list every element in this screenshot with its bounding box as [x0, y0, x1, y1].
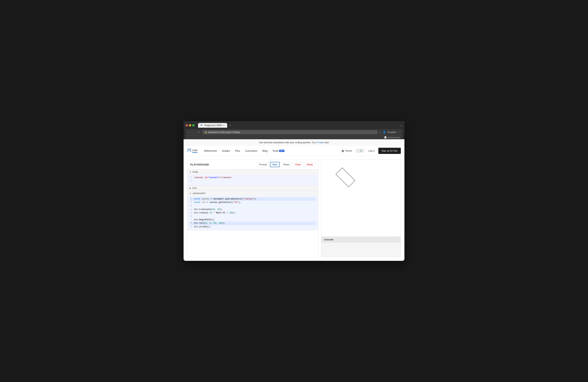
mdn-logo-icon [187, 148, 191, 153]
tab-title: Playground | MDN [204, 124, 222, 127]
clear-button[interactable]: Clear [293, 162, 303, 167]
html-section: ▼ HTML 1 <canvas id="canvas"></canvas> 2 [187, 170, 318, 186]
nav-tools-label: Tools [273, 149, 278, 152]
bookmarks-bar: 📄 All Bookmarks [186, 135, 402, 139]
back-button[interactable]: ‹ [188, 130, 191, 134]
tools-new-badge: NEW [279, 150, 284, 152]
main-nav-links: References Guides Plus Curriculum Blog T… [202, 148, 287, 154]
banner-text-before: Get real-time assistance with your codin… [259, 141, 315, 144]
share-button[interactable]: Share [281, 162, 292, 167]
console-header: Console [321, 237, 401, 243]
html-line-2: 2 [189, 179, 316, 183]
traffic-lights [186, 124, 194, 126]
search-icon: 🔍 [359, 149, 362, 152]
tab-right-controls: ⌄ [400, 124, 402, 127]
js-line-7: 7 ctx.beginPath(); [189, 218, 316, 222]
css-section-header[interactable]: ▶ CSS [187, 186, 318, 191]
forward-button[interactable]: › [192, 130, 195, 134]
preview-area [321, 160, 401, 237]
playground-header: PLAYGROUND Format Run Share Clear Reset [187, 160, 318, 170]
address-bar-row: ‹ › ↻ 🔒 developer.mozilla.org/en-US/play… [186, 129, 402, 135]
browser-chrome: M Playground | MDN ✕ + ⌄ ‹ › ↻ 🔒 develop… [184, 121, 404, 139]
js-toggle-icon: ▼ [189, 192, 191, 194]
tab-bar: M Playground | MDN ✕ + [198, 123, 399, 128]
svg-rect-0 [336, 168, 355, 187]
playground-actions: Format Run Share Clear Reset [257, 162, 315, 167]
run-button[interactable]: Run [270, 162, 280, 167]
nav-blog[interactable]: Blog [260, 148, 270, 154]
js-line-8: 8 ctx.rect(0, 0, 50, 100); [189, 222, 316, 225]
html-section-label: HTML [192, 171, 198, 173]
playground-panel: PLAYGROUND Format Run Share Clear Reset … [187, 159, 318, 257]
mdn-logo-text: mdn [192, 149, 197, 152]
refresh-button[interactable]: ↻ [197, 130, 201, 134]
css-toggle-icon: ▶ [189, 187, 191, 189]
canvas-preview-svg [325, 163, 361, 199]
js-code-area[interactable]: 1 const canvas = document.querySelector(… [187, 196, 318, 230]
search-button[interactable]: _ 🔍 [355, 149, 365, 153]
js-line-9: 9 ctx.stroke(); [189, 225, 316, 229]
bookmarks-label[interactable]: All Bookmarks [387, 136, 400, 138]
mdn-nav: mdn References Guides Plus Curriculum Bl… [184, 146, 404, 156]
css-section-label: CSS [192, 187, 197, 189]
theme-button[interactable]: ◑ Theme [340, 148, 354, 153]
browser-menu-icon[interactable]: ⋮ [398, 131, 400, 134]
nav-guides[interactable]: Guides [220, 148, 232, 154]
js-line-4: 4 ctx.translate(50, 50); [189, 208, 316, 211]
fullscreen-traffic-light[interactable] [192, 124, 194, 126]
close-traffic-light[interactable] [186, 124, 188, 126]
ai-help-link[interactable]: AI Help [315, 141, 323, 144]
incognito-label: Incognito [387, 131, 396, 134]
incognito-icon: 👤 [383, 131, 386, 134]
js-line-2: 2 const ctx = canvas.getContext("2d"); [189, 201, 316, 204]
playground-title: PLAYGROUND [190, 163, 209, 166]
nav-tools[interactable]: Tools NEW [270, 148, 287, 154]
preview-panel: Console [321, 159, 401, 257]
minimize-traffic-light[interactable] [189, 124, 191, 126]
js-line-5: 5 ctx.rotate(-45 * Math.PI / 180); [189, 211, 316, 215]
theme-icon: ◑ [341, 149, 344, 153]
nav-plus[interactable]: Plus [233, 148, 242, 154]
address-bar[interactable]: 🔒 developer.mozilla.org/en-US/play [203, 130, 378, 134]
main-content: PLAYGROUND Format Run Share Clear Reset … [184, 156, 404, 261]
login-button[interactable]: Log in [366, 148, 377, 153]
mdn-logo-underline [192, 152, 197, 153]
js-section-label: JAVASCRIPT [192, 192, 206, 194]
address-url: developer.mozilla.org/en-US/play [208, 131, 240, 134]
bookmarks-icon: 📄 [384, 136, 387, 138]
nav-references[interactable]: References [202, 148, 219, 154]
js-section-header[interactable]: ▼ JAVASCRIPT [187, 191, 318, 196]
js-line-6: 6 [189, 215, 316, 218]
tab-close-button[interactable]: ✕ [223, 124, 225, 127]
console-panel: Console [321, 237, 401, 257]
js-section: ▼ JAVASCRIPT 1 const canvas = document.q… [187, 191, 318, 230]
browser-controls: M Playground | MDN ✕ + ⌄ [186, 123, 402, 128]
mdn-page: Get real-time assistance with your codin… [184, 139, 404, 261]
new-tab-button[interactable]: + [228, 123, 232, 128]
top-banner: Get real-time assistance with your codin… [184, 139, 404, 146]
html-section-header[interactable]: ▼ HTML [187, 170, 318, 174]
theme-label: Theme [345, 149, 352, 152]
search-underline-icon: _ [357, 150, 358, 152]
js-line-3: 3 [189, 204, 316, 208]
nav-actions: ◑ Theme _ 🔍 Log in Sign up for free [340, 148, 401, 154]
bookmark-star-icon[interactable]: ☆ [379, 131, 381, 134]
css-section: ▶ CSS [187, 186, 318, 191]
signup-button[interactable]: Sign up for free [378, 148, 401, 154]
security-lock-icon: 🔒 [205, 131, 207, 133]
browser-window: M Playground | MDN ✕ + ⌄ ‹ › ↻ 🔒 develop… [184, 121, 404, 261]
mdn-logo[interactable]: mdn [187, 148, 197, 153]
format-button[interactable]: Format [257, 162, 269, 167]
html-toggle-icon: ▼ [189, 171, 191, 173]
console-label: Console [324, 238, 334, 241]
html-line-1: 1 <canvas id="canvas"></canvas> [189, 176, 316, 179]
nav-curriculum[interactable]: Curriculum [243, 148, 260, 154]
tab-favicon: M [201, 124, 203, 127]
reset-button[interactable]: Reset [304, 162, 315, 167]
banner-text-after: now! [323, 141, 329, 144]
console-body [321, 243, 401, 257]
js-line-1: 1 const canvas = document.querySelector(… [189, 197, 316, 201]
active-tab[interactable]: M Playground | MDN ✕ [198, 123, 227, 128]
html-code-area[interactable]: 1 <canvas id="canvas"></canvas> 2 [187, 174, 318, 185]
browser-actions: ☆ 👤 Incognito ⋮ [379, 131, 400, 134]
